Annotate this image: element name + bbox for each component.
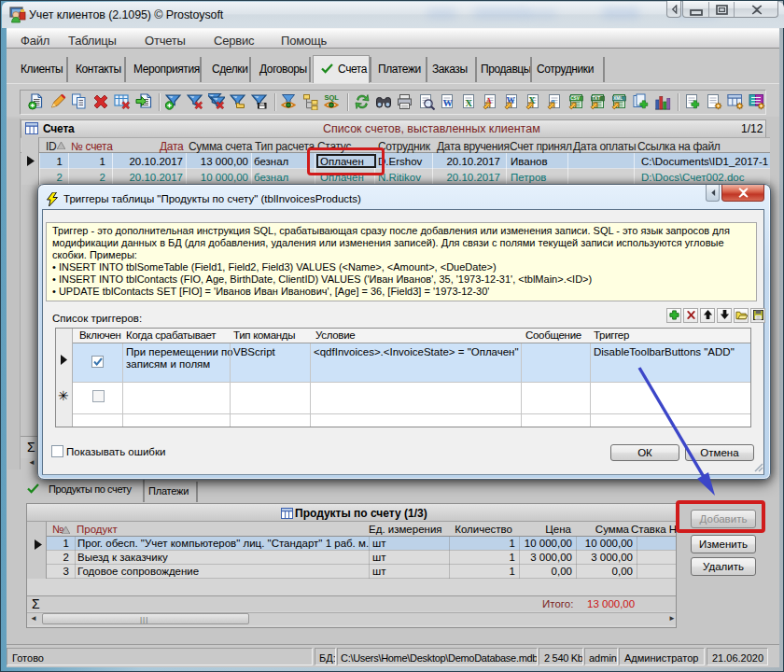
svg-text:SQL: SQL: [325, 93, 340, 102]
svg-text:W: W: [443, 98, 454, 108]
svg-text:X: X: [466, 98, 473, 108]
svg-text:XML: XML: [613, 96, 623, 101]
svg-text:CSV: CSV: [570, 96, 580, 101]
svg-text:TXT: TXT: [592, 96, 600, 101]
